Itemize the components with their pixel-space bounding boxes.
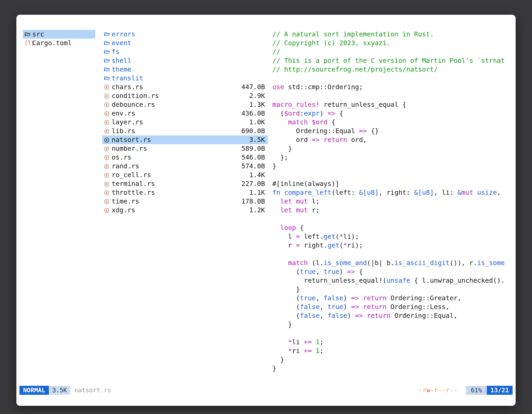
file-row-time.rs[interactable]: Rtime.rs178.0B — [102, 197, 268, 206]
yazi-file-manager-window: src[T]Cargo.toml errorseventfsshelltheme… — [16, 15, 516, 406]
svg-text:R: R — [106, 209, 108, 212]
file-row-layer.rs[interactable]: Rlayer.rs1.0K — [102, 118, 268, 127]
rust-file-icon: R — [104, 190, 112, 195]
code-token: loop — [280, 224, 296, 231]
folder-row-errors[interactable]: errors — [102, 30, 268, 39]
code-token: ord, — [347, 136, 367, 144]
file-row-ro_cell.rs[interactable]: Rro_cell.rs1.4K — [102, 171, 268, 179]
code-token: * — [288, 338, 292, 346]
folder-open-icon — [104, 76, 112, 81]
toml-file-icon: [T] — [25, 39, 32, 48]
file-row-number.rs[interactable]: Rnumber.rs589.0B — [102, 144, 268, 153]
code-line: ($ord:expr) => { — [272, 109, 514, 118]
code-token: let — [280, 206, 292, 214]
code-line: } — [272, 364, 514, 373]
permission-char: - — [430, 387, 434, 394]
svg-text:R: R — [106, 200, 108, 203]
code-line: // — [272, 48, 514, 56]
file-row-chars.rs[interactable]: Rchars.rs447.0B — [102, 83, 268, 91]
file-row-rand.rs[interactable]: Rrand.rs574.0B — [102, 162, 268, 171]
svg-text:R: R — [106, 182, 108, 186]
rust-file-icon: R — [104, 84, 112, 90]
file-name-label: lib.rs — [112, 127, 135, 135]
file-size-label: 574.0B — [237, 162, 265, 171]
code-line: (true, true) => { — [272, 267, 514, 276]
code-token: std::cmp::Ordering; — [284, 83, 363, 91]
code-token — [272, 338, 288, 346]
code-line: ord => return ord, — [272, 135, 514, 144]
code-token: * — [288, 347, 292, 355]
code-token: match — [288, 259, 308, 267]
folder-row-translit[interactable]: translit — [102, 74, 268, 83]
code-token: & — [457, 189, 461, 196]
code-token: => — [359, 127, 367, 135]
code-token: unsafe — [387, 277, 410, 284]
file-name-label: event — [112, 39, 131, 48]
file-row-condition.rs[interactable]: Rcondition.rs2.9K — [102, 91, 268, 100]
rust-file-icon: R — [104, 111, 110, 116]
code-token: &[u8] — [414, 189, 434, 196]
file-row-xdg.rs[interactable]: Rxdg.rs1.2K — [102, 206, 268, 215]
code-token: true — [300, 268, 316, 276]
code-token: } — [272, 365, 276, 372]
panes-container: src[T]Cargo.toml errorseventfsshelltheme… — [16, 15, 516, 386]
file-size-label: 447.0B — [237, 83, 265, 91]
file-row-throttle.rs[interactable]: Rthrottle.rs1.1K — [102, 188, 268, 197]
rust-file-icon: R — [104, 207, 110, 213]
code-token: Ordering::Less, — [387, 303, 450, 311]
file-row-os.rs[interactable]: Ros.rs546.0B — [102, 153, 268, 162]
code-token: return_unless_equal!( — [272, 277, 387, 284]
folder-row-theme[interactable]: theme — [102, 65, 268, 74]
folder-row-fs[interactable]: fs — [102, 48, 268, 56]
file-row-natsort.rs[interactable]: Rnatsort.rs3.5K — [102, 135, 268, 144]
code-token — [363, 312, 367, 319]
code-token: left. — [300, 232, 324, 240]
file-size-label: 589.0B — [237, 144, 265, 153]
code-token: ) — [339, 268, 347, 276]
code-line: r = right.get(*ri); — [272, 241, 514, 250]
permission-char: - — [438, 387, 442, 394]
file-size-label: 178.0B — [237, 197, 265, 206]
code-token: {} — [367, 127, 379, 135]
code-token: ) — [343, 303, 351, 311]
file-row-env.rs[interactable]: Renv.rs436.0B — [102, 109, 268, 118]
code-line — [272, 250, 514, 259]
code-token: ( — [272, 303, 300, 311]
code-line — [272, 74, 514, 83]
file-row-terminal.rs[interactable]: Rterminal.rs227.0B — [102, 179, 268, 188]
code-token: usize — [477, 189, 497, 196]
file-name-label: theme — [112, 65, 131, 74]
folder-open-icon — [104, 40, 112, 46]
code-token — [272, 259, 288, 267]
code-token: li — [292, 338, 304, 346]
code-line: match (l.is_some_and(|b| b.is_ascii_digi… — [272, 259, 514, 267]
code-token: return — [323, 136, 347, 144]
code-line: // This is a port of the C version of Ma… — [272, 56, 514, 65]
folder-row-src[interactable]: src — [23, 30, 95, 39]
file-size-label: 227.0B — [237, 179, 265, 188]
rust-file-icon: R — [104, 172, 112, 178]
desktop-background: src[T]Cargo.toml errorseventfsshelltheme… — [0, 0, 532, 414]
code-token: += — [304, 338, 312, 346]
file-row-debounce.rs[interactable]: Rdebounce.rs1.3K — [102, 100, 268, 109]
folder-row-event[interactable]: event — [102, 39, 268, 48]
code-token: ; — [320, 338, 323, 346]
file-row-lib.rs[interactable]: Rlib.rs690.0B — [102, 127, 268, 135]
file-name-label: throttle.rs — [112, 188, 155, 197]
code-token: }; — [272, 154, 288, 161]
code-token: false — [323, 294, 343, 302]
code-line: *li += 1; — [272, 338, 514, 347]
code-line — [272, 329, 514, 338]
folder-open-icon — [104, 67, 112, 72]
code-token: 1 — [316, 338, 320, 346]
code-token: , right: — [379, 189, 414, 196]
code-line: #[inline(always)] — [272, 179, 514, 188]
file-row-Cargo.toml[interactable]: [T]Cargo.toml — [23, 39, 95, 48]
code-line: let mut r; — [272, 206, 514, 215]
rust-file-icon: R — [104, 199, 110, 204]
code-token: => — [347, 268, 355, 276]
code-token: ) — [347, 312, 355, 319]
folder-row-shell[interactable]: shell — [102, 56, 268, 65]
rust-file-icon: R — [104, 155, 110, 160]
code-line: loop { — [272, 223, 514, 232]
